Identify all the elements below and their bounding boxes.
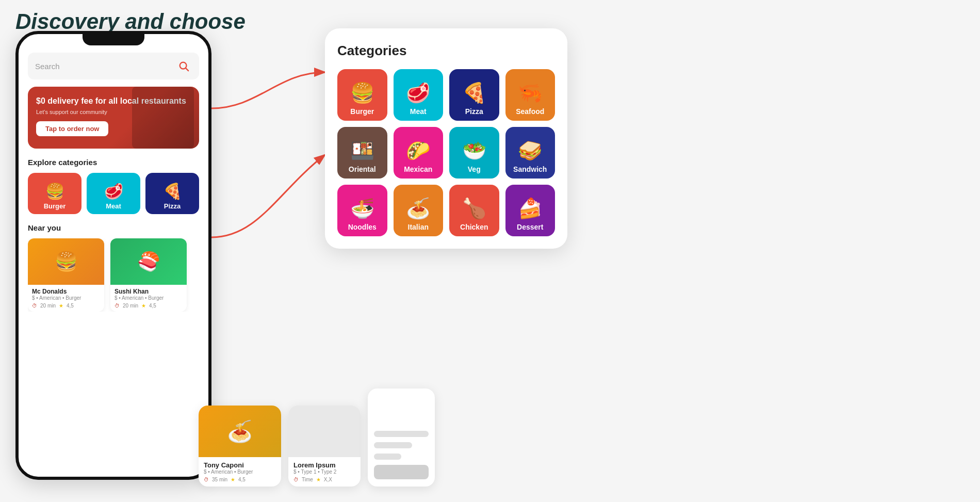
- categories-grid: 🍔 Burger 🥩 Meat 🍕 Pizza 🦐 Seafood 🍱 Orie…: [337, 69, 555, 236]
- detail-cards: 🍝 Tony Caponi $ • American • Burger ⏱ 35…: [199, 388, 435, 487]
- tony-caponi-card[interactable]: 🍝 Tony Caponi $ • American • Burger ⏱ 35…: [199, 406, 281, 487]
- tony-rating: 4,5: [238, 477, 246, 482]
- cat-card-chicken-icon: 🍗: [462, 197, 486, 220]
- phone-mockup: Search $0 delivery fee for all local res…: [15, 31, 211, 480]
- cat-card-meat[interactable]: 🥩 Meat: [394, 69, 444, 121]
- cat-card-noodles-label: Noodles: [348, 223, 377, 231]
- cat-card-oriental-icon: 🍱: [350, 139, 374, 162]
- cat-meat[interactable]: 🥩 Meat: [87, 173, 140, 214]
- pizza-icon: 🍕: [163, 182, 182, 200]
- sushikhan-meta: ⏱ 20 min ★ 4,5: [115, 303, 183, 309]
- tony-star-icon: ★: [231, 477, 235, 482]
- lorem-type: $ • Type 1 • Type 2: [293, 469, 355, 475]
- tony-time: 35 min: [212, 477, 227, 482]
- cat-card-noodles[interactable]: 🍜 Noodles: [337, 185, 387, 236]
- lorem-image: [288, 406, 361, 457]
- cat-burger-label: Burger: [44, 202, 66, 210]
- burger-icon: 🍔: [45, 182, 64, 200]
- restaurant-mcdonalds[interactable]: 🍔 Mc Donalds $ • American • Burger ⏱ 20 …: [28, 238, 104, 312]
- near-you-list: 🍔 Mc Donalds $ • American • Burger ⏱ 20 …: [28, 238, 199, 312]
- promo-subtitle: Let's support our community: [36, 109, 191, 115]
- cat-card-pizza-label: Pizza: [465, 107, 483, 116]
- near-you-title: Near you: [28, 223, 199, 232]
- time-icon-2: ⏱: [115, 303, 120, 309]
- cat-card-meat-icon: 🥩: [406, 82, 430, 104]
- tony-caponi-type: $ • American • Burger: [204, 469, 276, 475]
- cat-pizza-label: Pizza: [164, 202, 181, 210]
- lorem-time-dot: ⏱: [293, 477, 299, 482]
- lorem-body: Lorem Ipsum $ • Type 1 • Type 2 ⏱ Time ★…: [288, 457, 361, 487]
- phone-content: Search $0 delivery fee for all local res…: [19, 45, 208, 477]
- search-bar[interactable]: Search: [28, 53, 199, 79]
- promo-button[interactable]: Tap to order now: [36, 121, 108, 136]
- meat-icon: 🥩: [104, 182, 123, 200]
- cat-pizza[interactable]: 🍕 Pizza: [145, 173, 199, 214]
- blank-line-3: [374, 454, 401, 460]
- cat-card-pizza-icon: 🍕: [462, 82, 486, 104]
- cat-card-dessert-label: Dessert: [517, 223, 543, 231]
- search-placeholder: Search: [35, 62, 60, 71]
- lorem-time: Time: [302, 477, 313, 482]
- cat-card-mexican-label: Mexican: [404, 165, 432, 173]
- mcdonalds-rating: 4,5: [67, 303, 74, 309]
- time-icon: ⏱: [32, 303, 37, 309]
- tony-time-icon: ⏱: [204, 477, 209, 482]
- mcdonalds-info: Mc Donalds $ • American • Burger ⏱ 20 mi…: [28, 285, 104, 312]
- tony-caponi-name: Tony Caponi: [204, 461, 276, 469]
- sushikhan-info: Sushi Khan $ • American • Burger ⏱ 20 mi…: [110, 285, 187, 312]
- svg-line-1: [186, 68, 188, 71]
- cat-card-dessert-icon: 🍰: [518, 197, 542, 220]
- cat-card-dessert[interactable]: 🍰 Dessert: [505, 185, 556, 236]
- star-icon-2: ★: [141, 303, 146, 309]
- star-icon: ★: [59, 303, 63, 309]
- cat-card-sandwich[interactable]: 🥪 Sandwich: [505, 127, 556, 179]
- lorem-ipsum-card[interactable]: Lorem Ipsum $ • Type 1 • Type 2 ⏱ Time ★…: [288, 406, 361, 487]
- cat-card-veg[interactable]: 🥗 Veg: [449, 127, 499, 179]
- cat-card-pizza[interactable]: 🍕 Pizza: [449, 69, 499, 121]
- cat-card-veg-label: Veg: [468, 165, 481, 173]
- cat-card-oriental[interactable]: 🍱 Oriental: [337, 127, 387, 179]
- cat-card-oriental-label: Oriental: [349, 165, 376, 173]
- cat-card-mexican[interactable]: 🌮 Mexican: [394, 127, 444, 179]
- mcdonalds-type: $ • American • Burger: [32, 295, 100, 301]
- cat-meat-label: Meat: [106, 202, 121, 210]
- restaurant-sushikhan[interactable]: 🍣 Sushi Khan $ • American • Burger ⏱ 20 …: [110, 238, 187, 312]
- promo-banner[interactable]: $0 delivery fee for all local restaurant…: [28, 87, 199, 149]
- mcdonalds-name: Mc Donalds: [32, 288, 100, 295]
- tony-caponi-body: Tony Caponi $ • American • Burger ⏱ 35 m…: [199, 457, 281, 487]
- promo-title: $0 delivery fee for all local restaurant…: [36, 96, 191, 107]
- explore-title: Explore categories: [28, 158, 199, 167]
- cat-card-italian[interactable]: 🍝 Italian: [394, 185, 444, 236]
- sushikhan-rating: 4,5: [149, 303, 156, 309]
- cat-card-sandwich-icon: 🥪: [518, 139, 542, 162]
- page-title: Discovery and choose: [15, 9, 246, 34]
- cat-card-seafood[interactable]: 🦐 Seafood: [505, 69, 556, 121]
- cat-card-veg-icon: 🥗: [462, 139, 486, 162]
- sushikhan-type: $ • American • Burger: [115, 295, 183, 301]
- cat-card-seafood-label: Seafood: [516, 107, 544, 116]
- cat-card-chicken[interactable]: 🍗 Chicken: [449, 185, 499, 236]
- cat-card-burger-icon: 🍔: [350, 82, 374, 104]
- lorem-rating: X,X: [324, 477, 332, 482]
- cat-card-seafood-icon: 🦐: [518, 82, 542, 104]
- cat-card-burger-label: Burger: [350, 107, 374, 116]
- cat-burger[interactable]: 🍔 Burger: [28, 173, 81, 214]
- cat-card-burger[interactable]: 🍔 Burger: [337, 69, 387, 121]
- mcdonalds-meta: ⏱ 20 min ★ 4,5: [32, 303, 100, 309]
- sushikhan-image: 🍣: [110, 238, 187, 285]
- cat-card-sandwich-label: Sandwich: [513, 165, 547, 173]
- cat-card-chicken-label: Chicken: [460, 223, 488, 231]
- blank-lines: [368, 388, 435, 487]
- cat-card-italian-icon: 🍝: [406, 197, 430, 220]
- blank-line-2: [374, 442, 412, 448]
- categories-title: Categories: [337, 43, 555, 59]
- categories-panel: Categories 🍔 Burger 🥩 Meat 🍕 Pizza 🦐 Sea…: [325, 28, 567, 249]
- mcdonalds-image: 🍔: [28, 238, 104, 285]
- cat-card-noodles-icon: 🍜: [350, 197, 374, 220]
- sushikhan-name: Sushi Khan: [115, 288, 183, 295]
- blank-line-1: [374, 431, 429, 437]
- lorem-name: Lorem Ipsum: [293, 461, 355, 469]
- search-icon[interactable]: [175, 58, 192, 74]
- sushikhan-time: 20 min: [123, 303, 138, 309]
- blank-card: [368, 388, 435, 487]
